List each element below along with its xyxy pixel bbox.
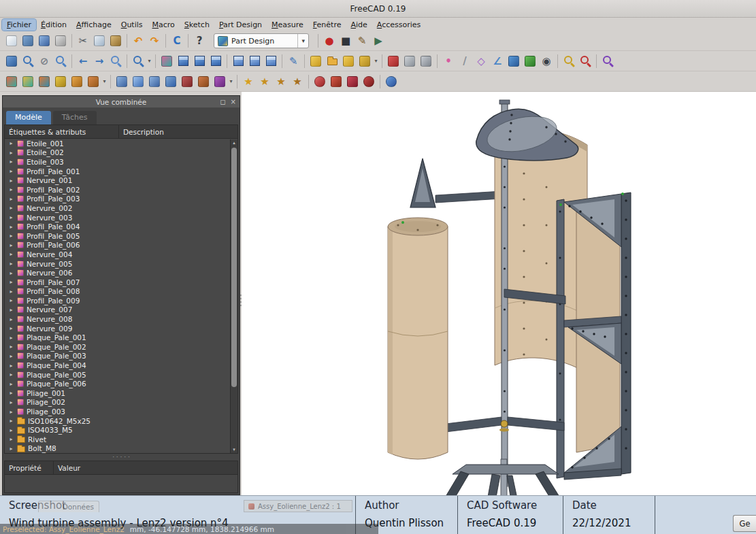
tree-item-nervure_003[interactable]: ▸Nervure_003 (5, 213, 229, 222)
add-part-icon[interactable] (308, 53, 324, 69)
view-bottom-icon[interactable] (246, 53, 263, 69)
menu-item-fen-tre[interactable]: Fenêtre (308, 19, 346, 31)
tree-item-profil_pale_009[interactable]: ▸Profil_Pale_009 (5, 296, 229, 305)
float-panel-icon[interactable]: ◻ (220, 98, 225, 105)
menu-item-aide[interactable]: Aide (346, 19, 372, 31)
nav-back-icon[interactable]: ← (75, 53, 91, 69)
view-rear-icon[interactable] (230, 53, 246, 69)
solve-constraints-icon[interactable] (401, 53, 418, 69)
expand-arrow-icon[interactable]: ▸ (8, 279, 14, 285)
menu-item-sketch[interactable]: Sketch (180, 19, 214, 31)
constraint-angle-icon[interactable]: ∠ (489, 53, 506, 69)
draw-style-icon[interactable]: ⊘ (36, 53, 52, 69)
menu-item-measure[interactable]: Measure (267, 19, 308, 31)
view-axonometric-icon[interactable] (159, 53, 175, 69)
tree-item-profil_pale_003[interactable]: ▸Profil_Pale_003 (5, 195, 229, 204)
tree-item-nervure_009[interactable]: ▸Nervure_009 (5, 324, 229, 333)
save-icon[interactable] (36, 33, 52, 49)
3d-viewport[interactable] (242, 92, 756, 534)
data-tab-ghost[interactable]: Données (38, 501, 99, 512)
expand-arrow-icon[interactable]: ▸ (8, 297, 14, 303)
world-icon[interactable]: ◉ (538, 53, 555, 69)
view-front-icon[interactable] (175, 53, 191, 69)
tree-column-labels[interactable]: Étiquettes & attributs (5, 125, 119, 138)
expand-arrow-icon[interactable]: ▸ (8, 196, 14, 202)
tree-item-pliage_003[interactable]: ▸Pliage_003 (5, 407, 229, 416)
tree-item-plaque_pale_002[interactable]: ▸Plaque_Pale_002 (5, 342, 229, 352)
macro-play-icon[interactable]: ▶ (370, 33, 387, 49)
scrollbar-thumb[interactable] (231, 148, 237, 387)
draft-icon[interactable] (344, 73, 361, 90)
zoom-error-icon[interactable] (577, 53, 593, 69)
scroll-down-icon[interactable]: ▾ (231, 446, 237, 453)
primitive-icon[interactable] (195, 73, 212, 90)
zoom-highlight-icon[interactable] (561, 53, 577, 69)
hole-icon[interactable] (130, 73, 146, 90)
menu-item-macro[interactable]: Macro (148, 19, 180, 31)
linear-pattern-icon[interactable]: ★ (257, 73, 273, 90)
dropdown-caret-icon[interactable]: ▾ (228, 78, 234, 84)
tree-item-nervure_006[interactable]: ▸Nervure_006 (5, 268, 229, 278)
tree-item-profil_pale_002[interactable]: ▸Profil_Pale_002 (5, 185, 229, 195)
new-document-icon[interactable] (3, 33, 20, 49)
constraint-point-icon[interactable]: • (440, 53, 457, 69)
expand-arrow-icon[interactable]: ▸ (8, 270, 14, 276)
property-column-name[interactable]: Propriété (5, 461, 54, 474)
turbine-bottom-arm-right[interactable] (508, 417, 564, 431)
expand-arrow-icon[interactable]: ▸ (8, 427, 14, 433)
tree-item-nervure_007[interactable]: ▸Nervure_007 (5, 305, 229, 315)
view-right-icon[interactable] (208, 53, 224, 69)
expand-arrow-icon[interactable]: ▸ (8, 150, 14, 156)
revolution-icon[interactable] (69, 73, 85, 90)
tree-item-etoile_003[interactable]: ▸Etoile_003 (5, 157, 229, 167)
update-parts-icon[interactable] (357, 53, 373, 69)
open-document-icon[interactable] (20, 33, 36, 49)
multitransform-icon[interactable]: ★ (289, 73, 306, 90)
tree-item-iso10642_m5x25[interactable]: ▸ISO10642_M5x25 (5, 416, 229, 426)
tree-item-plaque_pale_004[interactable]: ▸Plaque_Pale_004 (5, 361, 229, 370)
tree-item-profil_pale_008[interactable]: ▸Profil_Pale_008 (5, 287, 229, 297)
parts-group-icon[interactable] (324, 53, 340, 69)
move-part-icon[interactable] (418, 53, 434, 69)
tree-item-profil_pale_007[interactable]: ▸Profil_Pale_007 (5, 278, 229, 287)
additive-loft-icon[interactable] (85, 73, 101, 90)
menu-item-outils[interactable]: Outils (116, 19, 148, 31)
expand-arrow-icon[interactable]: ▸ (8, 436, 14, 442)
subtractive-pipe-icon[interactable] (179, 73, 195, 90)
constraint-plane-icon[interactable]: ◇ (473, 53, 489, 69)
expand-arrow-icon[interactable]: ▸ (8, 233, 14, 239)
expand-arrow-icon[interactable]: ▸ (8, 261, 14, 267)
expand-arrow-icon[interactable]: ▸ (8, 390, 14, 396)
constraint-axial-icon[interactable]: / (457, 53, 473, 69)
expand-arrow-icon[interactable]: ▸ (8, 205, 14, 211)
tree-item-etoile_001[interactable]: ▸Etoile_001 (5, 139, 229, 148)
close-panel-icon[interactable]: × (231, 98, 236, 105)
tab-taches[interactable]: Tâches (53, 111, 97, 124)
menu-item-accessories[interactable]: Accessories (372, 19, 425, 31)
tree-item-profil_pale_001[interactable]: ▸Profil_Pale_001 (5, 167, 229, 176)
expand-arrow-icon[interactable]: ▸ (8, 140, 14, 146)
expand-arrow-icon[interactable]: ▸ (8, 316, 14, 322)
expand-arrow-icon[interactable]: ▸ (8, 178, 14, 184)
fit-selection-icon[interactable] (20, 53, 36, 69)
measure-icon[interactable]: ✎ (285, 53, 301, 69)
zoom-window-icon[interactable] (52, 53, 69, 69)
zoom-selection-icon[interactable] (130, 53, 146, 69)
pad-icon[interactable] (52, 73, 69, 90)
tree-item-plaque_pale_003[interactable]: ▸Plaque_Pale_003 (5, 352, 229, 361)
redo-icon[interactable]: ↷ (146, 33, 163, 49)
expand-arrow-icon[interactable]: ▸ (8, 307, 14, 313)
view-left-icon[interactable] (263, 53, 279, 69)
expand-arrow-icon[interactable]: ▸ (8, 335, 14, 341)
tree-item-profil_pale_005[interactable]: ▸Profil_Pale_005 (5, 231, 229, 241)
mirrored-icon[interactable]: ★ (240, 73, 257, 90)
menu-item-fichier[interactable]: Fichier (2, 19, 36, 31)
tree-item-nervure_001[interactable]: ▸Nervure_001 (5, 176, 229, 185)
macro-stop-icon[interactable]: ■ (338, 33, 354, 49)
expand-arrow-icon[interactable]: ▸ (8, 381, 14, 387)
pocket-icon[interactable] (114, 73, 130, 90)
tree-item-nervure_002[interactable]: ▸Nervure_002 (5, 203, 229, 213)
turbine-top-arm[interactable] (435, 191, 502, 203)
corner-button[interactable]: Ge (733, 515, 756, 532)
splitter-handle[interactable] (239, 288, 242, 312)
